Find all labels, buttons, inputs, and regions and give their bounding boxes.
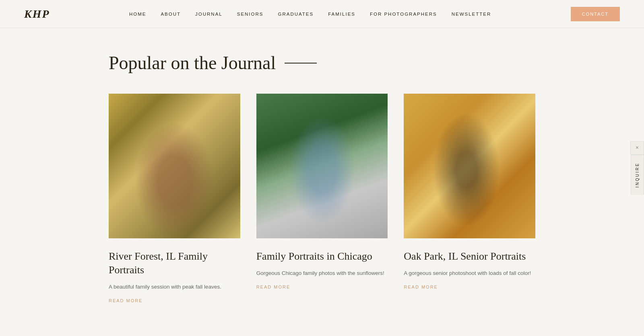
card-1-title: River Forest, IL Family Portraits (109, 250, 240, 277)
contact-button[interactable]: CONTACT (571, 7, 620, 21)
card-2-read-more[interactable]: READ MORE (256, 285, 388, 289)
main-content: Popular on the Journal River Forest, IL … (0, 28, 644, 335)
nav-for-photographers[interactable]: FOR PHOTOGRAPHERS (370, 12, 437, 16)
nav-graduates[interactable]: GRADUATES (278, 12, 314, 16)
header: KHP HOME ABOUT JOURNAL SENIORS GRADUATES… (0, 0, 644, 28)
nav-about[interactable]: ABOUT (161, 12, 181, 16)
journal-cards-grid: River Forest, IL Family Portraits A beau… (109, 94, 535, 303)
logo[interactable]: KHP (24, 8, 50, 20)
inquire-label[interactable]: INQUIRE (631, 155, 644, 195)
main-nav: HOME ABOUT JOURNAL SENIORS GRADUATES FAM… (129, 12, 491, 16)
card-3-image (404, 94, 535, 238)
card-3-title: Oak Park, IL Senior Portraits (404, 250, 535, 263)
section-title: Popular on the Journal (109, 52, 535, 74)
card-1-read-more[interactable]: READ MORE (109, 298, 240, 303)
inquire-close-button[interactable]: × (630, 141, 644, 155)
card-2-photo (256, 94, 388, 238)
card-1-description: A beautiful family session with peak fal… (109, 283, 240, 291)
card-3-read-more[interactable]: READ MORE (404, 285, 535, 289)
card-3-photo (404, 94, 535, 238)
nav-families[interactable]: FAMILIES (328, 12, 355, 16)
nav-newsletter[interactable]: NEWSLETTER (452, 12, 491, 16)
card-2-image (256, 94, 388, 238)
card-2-title: Family Portraits in Chicago (256, 250, 388, 263)
nav-seniors[interactable]: SENIORS (237, 12, 264, 16)
card-1-photo (109, 94, 240, 238)
card-3-description: A gorgeous senior photoshoot with loads … (404, 269, 535, 278)
nav-journal[interactable]: JOURNAL (195, 12, 223, 16)
journal-card-3: Oak Park, IL Senior Portraits A gorgeous… (404, 94, 535, 303)
card-2-description: Gorgeous Chicago family photos with the … (256, 269, 388, 278)
journal-card-2: Family Portraits in Chicago Gorgeous Chi… (256, 94, 388, 303)
nav-home[interactable]: HOME (129, 12, 147, 16)
inquire-tab: × INQUIRE (630, 141, 644, 195)
journal-card-1: River Forest, IL Family Portraits A beau… (109, 94, 240, 303)
card-1-image (109, 94, 240, 238)
